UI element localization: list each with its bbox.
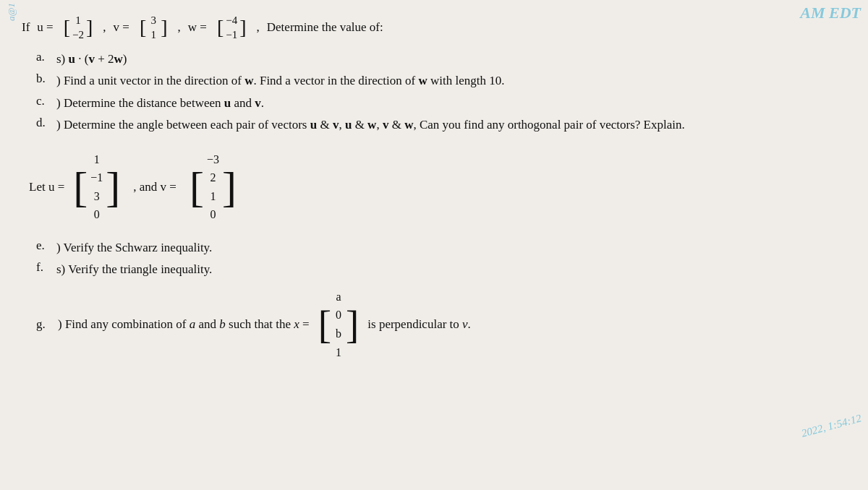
- v-bracket-right: ]: [161, 17, 167, 38]
- let-u-val-2: −1: [90, 168, 103, 187]
- g-section: g. ) Find any combination of a and b suc…: [36, 286, 846, 363]
- let-u-bracket-right: ]: [106, 166, 120, 209]
- part-e-text: ) Verify the Schwarz inequality.: [56, 238, 212, 257]
- x-val-1: 1: [333, 343, 344, 362]
- let-u-col: 1 −1 3 0: [88, 149, 106, 225]
- x-val-b: b: [333, 324, 344, 343]
- w-val-1: −4: [226, 13, 237, 27]
- part-c-text: ) Determine the distance between u and v…: [56, 94, 264, 113]
- part-a-label: a.: [36, 50, 52, 64]
- part-a-text: s) u · (v + 2w): [56, 50, 127, 69]
- v-bracket-left: [: [140, 17, 146, 38]
- part-b-label: b.: [36, 72, 52, 86]
- v-val-1: 3: [148, 13, 158, 27]
- part-list: a. s) u · (v + 2w) b. ) Find a unit vect…: [36, 50, 846, 134]
- part-f: f. s) Verify the triangle inequality.: [36, 260, 846, 279]
- w-val-2: −1: [226, 27, 237, 42]
- part-f-text: s) Verify the triangle inequality.: [56, 260, 212, 279]
- let-u-val-3: 3: [91, 187, 103, 206]
- u-bracket-right: ]: [86, 17, 93, 38]
- x-bracket-left: [: [318, 305, 331, 345]
- u-bracket-left: [: [64, 17, 70, 38]
- x-col: a 0 b 1: [331, 286, 346, 363]
- let-u-bracket-left: [: [73, 166, 88, 209]
- v-val-2: 1: [148, 27, 158, 42]
- v-matrix-col: 3 1: [146, 13, 161, 43]
- watermark-right-top: AM EDT: [800, 4, 861, 22]
- part-d-label: d.: [36, 116, 52, 130]
- u-matrix: [ 1 −2 ]: [64, 13, 93, 43]
- let-label: Let u =: [29, 180, 64, 194]
- part-f-label: f.: [36, 260, 52, 275]
- part-e: e. ) Verify the Schwarz inequality.: [36, 238, 846, 257]
- g-label: g.: [36, 317, 52, 332]
- u-matrix-col: 1 −2: [70, 13, 86, 43]
- v-matrix: [ 3 1 ]: [140, 13, 168, 43]
- and-label: , and v =: [133, 180, 176, 194]
- x-bracket-right: ]: [346, 305, 359, 345]
- let-v-val-2: 2: [207, 168, 218, 187]
- part-b: b. ) Find a unit vector in the direction…: [36, 72, 846, 90]
- g-text: ) Find any combination of a and b such t…: [58, 317, 310, 332]
- comma-1: ,: [103, 20, 106, 35]
- let-u-matrix: [ 1 −1 3 0 ]: [73, 149, 120, 225]
- let-v-matrix: [ −3 2 1 0 ]: [190, 149, 237, 225]
- let-u-val-4: 0: [91, 205, 103, 224]
- page: a@1 AM EDT 2022, 1:54:12 If u = [ 1 −2 ]…: [0, 0, 868, 490]
- let-v-val-3: 1: [207, 187, 218, 206]
- u-val-2: −2: [72, 27, 84, 42]
- u-label: u =: [37, 20, 53, 35]
- part-a: a. s) u · (v + 2w): [36, 50, 846, 69]
- u-val-1: 1: [73, 13, 83, 27]
- lower-parts: e. ) Verify the Schwarz inequality. f. s…: [36, 238, 846, 279]
- part-d: d. ) Determine the angle between each pa…: [36, 116, 846, 134]
- comma-3: ,: [257, 20, 260, 35]
- x-matrix: [ a 0 b 1 ]: [318, 286, 359, 363]
- comma-2: ,: [178, 20, 181, 35]
- let-v-bracket-right: ]: [222, 166, 237, 209]
- w-label: w =: [188, 20, 207, 35]
- watermark-left: a@1: [0, 0, 23, 24]
- g-text-after: is perpendicular to v.: [367, 317, 471, 332]
- let-v-val-1: −3: [207, 150, 219, 169]
- let-v-bracket-left: [: [190, 166, 204, 209]
- w-matrix: [ −4 −1 ]: [217, 13, 247, 43]
- v-label: v =: [114, 20, 129, 35]
- part-b-text: ) Find a unit vector in the direction of…: [56, 72, 504, 90]
- part-c-label: c.: [36, 94, 52, 108]
- part-e-label: e.: [36, 238, 52, 253]
- let-u-val-1: 1: [91, 150, 103, 169]
- part-d-text: ) Determine the angle between each pair …: [56, 116, 685, 134]
- let-v-val-4: 0: [207, 205, 218, 224]
- watermark-right-bottom: 2022, 1:54:12: [800, 412, 863, 439]
- header-line: If u = [ 1 −2 ] , v = [ 3 1 ] , w = [: [22, 13, 846, 43]
- let-v-col: −3 2 1 0: [204, 149, 222, 225]
- w-bracket-right: ]: [239, 17, 246, 38]
- x-val-a: a: [333, 288, 344, 306]
- determine-text: Determine the value of:: [267, 20, 383, 35]
- part-c: c. ) Determine the distance between u an…: [36, 94, 846, 113]
- x-val-0: 0: [333, 306, 344, 324]
- w-bracket-left: [: [217, 17, 224, 38]
- let-section: Let u = [ 1 −1 3 0 ] , and v = [ −3 2 1 …: [29, 149, 846, 225]
- w-matrix-col: −4 −1: [224, 13, 239, 43]
